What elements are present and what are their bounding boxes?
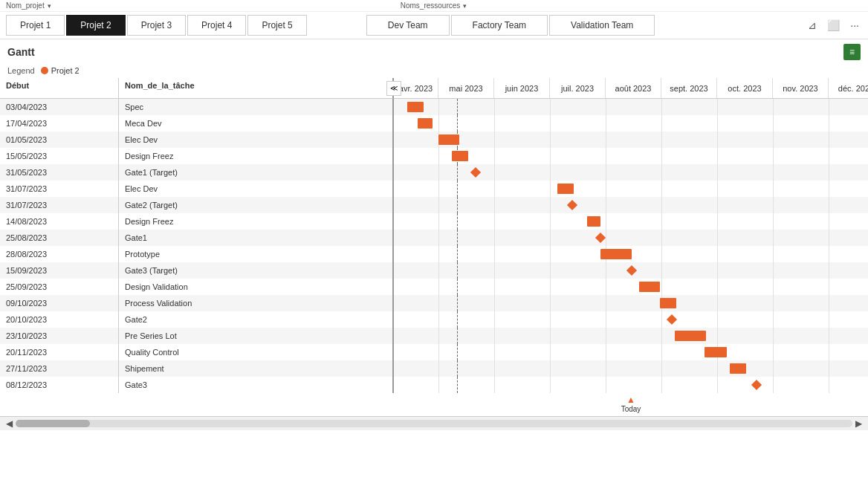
project-tab-5[interactable]: Projet 5 <box>247 15 306 36</box>
left-panel-row: 31/07/2023Gate2 (Target) <box>0 197 394 213</box>
project-tab-3[interactable]: Projet 3 <box>127 15 186 36</box>
col-tache-header: Nom_de_la_tâche <box>119 78 392 98</box>
table-row: 17/04/2023Meca Dev <box>0 115 868 132</box>
timeline-row <box>394 115 868 132</box>
table-row: 15/05/2023Design Freez <box>0 148 868 164</box>
legend-item-label: Projet 2 <box>51 66 80 75</box>
nom-ressources-label: Noms_ressources <box>401 1 461 10</box>
gantt-header-row: Début Nom_de_la_tâche ≪ avr. 2023mai 202… <box>0 78 868 99</box>
today-triangle: ▲ <box>626 395 635 405</box>
gantt-main: Début Nom_de_la_tâche ≪ avr. 2023mai 202… <box>0 78 868 393</box>
cell-debut: 15/05/2023 <box>0 148 119 164</box>
resource-tab-factory[interactable]: Factory Team <box>451 15 548 36</box>
month-cell: juil. 2023 <box>550 78 606 98</box>
gantt-bar <box>730 363 746 374</box>
cell-debut: 25/09/2023 <box>0 279 119 295</box>
legend-row: Legend Projet 2 <box>0 65 868 78</box>
cell-tache: Gate1 <box>119 230 392 246</box>
gantt-action-button[interactable]: ≡ <box>843 44 861 60</box>
project-tabs: Projet 1 Projet 2 Projet 3 Projet 4 Proj… <box>6 15 307 36</box>
cell-debut: 31/07/2023 <box>0 197 119 213</box>
gantt-diamond <box>567 200 577 210</box>
cell-debut: 08/12/2023 <box>0 377 119 393</box>
scroll-left-arrow[interactable]: ◀ <box>6 418 13 429</box>
cell-tache: Gate2 (Target) <box>119 197 392 213</box>
table-row: 03/04/2023Spec <box>0 99 868 115</box>
gantt-bar <box>675 331 706 341</box>
scrollbar-thumb[interactable] <box>16 420 90 427</box>
month-cell: juin 2023 <box>494 78 550 98</box>
table-row: 28/08/2023Prototype <box>0 246 868 262</box>
month-cell: mai 2023 <box>438 78 494 98</box>
cell-debut: 31/05/2023 <box>0 164 119 181</box>
today-area: ▲ Today <box>0 393 868 413</box>
table-row: 31/07/2023Gate2 (Target) <box>0 197 868 213</box>
left-panel-row: 15/05/2023Design Freez <box>0 148 394 164</box>
left-panel-row: 20/11/2023Quality Control <box>0 344 394 360</box>
left-panel-row: 03/04/2023Spec <box>0 99 394 115</box>
timeline-row <box>394 197 868 213</box>
cell-tache: Gate2 <box>119 311 392 328</box>
gantt-diamond <box>626 265 637 276</box>
project-tab-2[interactable]: Projet 2 <box>66 15 125 36</box>
col-debut-header: Début <box>0 78 119 98</box>
gantt-diamond <box>595 233 606 243</box>
table-row: 25/09/2023Design Validation <box>0 279 868 295</box>
table-row: 27/11/2023Shipement <box>0 360 868 377</box>
cell-tache: Elec Dev <box>119 181 392 197</box>
timeline-row <box>394 164 868 181</box>
timeline-row <box>394 262 868 279</box>
timeline-row <box>394 295 868 311</box>
cell-debut: 01/05/2023 <box>0 132 119 148</box>
project-tab-4[interactable]: Projet 4 <box>187 15 246 36</box>
left-panel-row: 15/09/2023Gate3 (Target) <box>0 262 394 279</box>
table-row: 31/05/2023Gate1 (Target) <box>0 164 868 181</box>
resource-tab-validation[interactable]: Validation Team <box>549 15 655 36</box>
gantt-rows-container: 03/04/2023Spec17/04/2023Meca Dev01/05/20… <box>0 99 868 393</box>
more-icon[interactable]: ··· <box>847 18 862 33</box>
table-row: 15/09/2023Gate3 (Target) <box>0 262 868 279</box>
export-icon[interactable]: ⬜ <box>824 18 843 33</box>
resource-tab-dev[interactable]: Dev Team <box>366 15 450 36</box>
cell-debut: 25/08/2023 <box>0 230 119 246</box>
cell-debut: 17/04/2023 <box>0 115 119 132</box>
collapse-button[interactable]: ≪ <box>386 81 401 96</box>
gantt-diamond <box>667 314 677 325</box>
table-row: 01/05/2023Elec Dev <box>0 132 868 148</box>
cell-tache: Gate1 (Target) <box>119 164 392 181</box>
month-cell: déc. 2023 <box>829 78 868 98</box>
filter-icon[interactable]: ⊿ <box>805 18 820 33</box>
left-panel-row: 27/11/2023Shipement <box>0 360 394 377</box>
left-panel-row: 08/12/2023Gate3 <box>0 377 394 393</box>
left-header: Début Nom_de_la_tâche ≪ <box>0 78 394 99</box>
timeline-row <box>394 213 868 230</box>
left-panel-row: 25/09/2023Design Validation <box>0 279 394 295</box>
scrollbar-container: ◀ ▶ <box>0 416 868 430</box>
left-panel-row: 14/08/2023Design Freez <box>0 213 394 230</box>
cell-tache: Process Validation <box>119 295 392 311</box>
table-row: 14/08/2023Design Freez <box>0 213 868 230</box>
left-panel-row: 25/08/2023Gate1 <box>0 230 394 246</box>
scroll-right-arrow[interactable]: ▶ <box>855 418 862 429</box>
left-panel-row: 23/10/2023Pre Series Lot <box>0 328 394 344</box>
project-tab-1[interactable]: Projet 1 <box>6 15 65 36</box>
timeline-header: avr. 2023mai 2023juin 2023juil. 2023août… <box>394 78 868 99</box>
cell-tache: Spec <box>119 99 392 115</box>
scrollbar-track[interactable] <box>16 420 852 427</box>
cell-tache: Pre Series Lot <box>119 328 392 344</box>
cell-debut: 28/08/2023 <box>0 246 119 262</box>
gantt-title: Gantt <box>7 46 35 58</box>
cell-tache: Gate3 (Target) <box>119 262 392 279</box>
cell-debut: 03/04/2023 <box>0 99 119 115</box>
cell-debut: 20/11/2023 <box>0 344 119 360</box>
gantt-diamond <box>470 167 481 178</box>
timeline-row <box>394 328 868 344</box>
month-cell: sept. 2023 <box>661 78 717 98</box>
gantt-bar <box>660 298 676 308</box>
table-row: 31/07/2023Elec Dev <box>0 181 868 197</box>
gantt-bar <box>438 134 459 145</box>
timeline-row <box>394 377 868 393</box>
cell-debut: 09/10/2023 <box>0 295 119 311</box>
timeline-row <box>394 311 868 328</box>
legend-dot <box>41 67 48 74</box>
